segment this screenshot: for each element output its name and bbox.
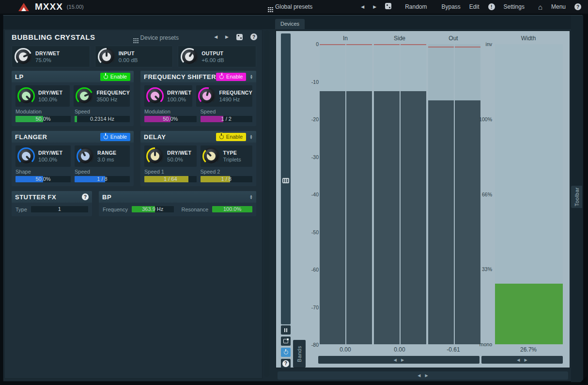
- device-help-icon[interactable]: ?: [250, 33, 257, 40]
- device-random-dice-icon[interactable]: [236, 34, 243, 40]
- lp-modulation-slider[interactable]: 50.0%: [15, 116, 71, 122]
- power-icon: [284, 350, 288, 354]
- window-frame: Devices BUBBLING CRYSTALS Device presets…: [0, 14, 588, 385]
- stutter-type-slider-group: Type 1: [15, 206, 88, 212]
- module-frequency-shifter: FREQUENCY SHIFTER Enable ▲▼ DRY/WET100: [140, 71, 256, 126]
- fs-speed-slider-group: Speed 1 / 2: [201, 109, 253, 122]
- meter-column-out-left[interactable]: [428, 44, 454, 344]
- master-input-knob[interactable]: [98, 48, 115, 65]
- meter-value-side: 0.00: [394, 346, 405, 353]
- master-knob-strip: DRY/WET75.0% INPUT0.00 dB OUTPUT+6.00 dB: [12, 46, 256, 67]
- module-lp: LP Enable DRY/WET100.0%: [12, 71, 134, 126]
- stutter-type-slider[interactable]: 1: [31, 206, 88, 212]
- module-title: BP: [102, 193, 111, 201]
- meter-help-button[interactable]: ?: [281, 359, 291, 368]
- toolbar-strip: Toolbar: [571, 16, 583, 382]
- lp-enable-button[interactable]: Enable: [100, 73, 130, 81]
- module-title: DELAY: [144, 133, 166, 141]
- bp-resonance-slider[interactable]: 100.0%: [212, 206, 252, 212]
- master-dry-wet-group: DRY/WET75.0%: [12, 46, 90, 67]
- meter-label-in: In: [343, 35, 348, 42]
- delay-speed1-slider-group: Speed 1 1 / 64: [144, 169, 197, 182]
- meter-label-side: Side: [394, 35, 405, 42]
- settings-button[interactable]: Settings: [499, 3, 529, 10]
- help-icon[interactable]: ?: [570, 3, 588, 11]
- home-icon[interactable]: ⌂: [534, 3, 547, 11]
- delay-type-knob[interactable]: [202, 147, 220, 165]
- master-output-group: OUTPUT+6.00 dB: [178, 46, 256, 67]
- meter-column-in-left[interactable]: [320, 44, 345, 344]
- device-presets-grid-icon: [133, 38, 135, 40]
- module-title: FLANGER: [15, 133, 47, 141]
- delay-dry-wet-knob[interactable]: [146, 147, 164, 165]
- delay-speed1-slider[interactable]: 1 / 64: [144, 176, 197, 182]
- popout-icon: [283, 339, 288, 343]
- lp-modulation-slider-group: Modulation 50.0%: [15, 109, 71, 122]
- tab-devices[interactable]: Devices: [275, 19, 305, 29]
- module-stepper[interactable]: ▲▼: [249, 74, 253, 80]
- device-panel: BUBBLING CRYSTALS Device presets ◀ ▶ ? D…: [4, 30, 263, 379]
- alert-icon[interactable]: !: [484, 3, 499, 11]
- random-preset-dice-icon[interactable]: [381, 3, 396, 11]
- power-icon: [219, 135, 224, 139]
- power-icon: [104, 75, 108, 79]
- width-scale: inv100% 66%33% mono: [468, 41, 492, 347]
- lp-dry-wet-knob[interactable]: [17, 87, 35, 105]
- meter-label-width: Width: [521, 35, 536, 42]
- device-presets-button[interactable]: Device presets: [133, 34, 179, 41]
- master-dry-wet-knob[interactable]: [15, 48, 32, 65]
- device-next-preset-button[interactable]: ▶: [225, 34, 229, 39]
- delay-speed2-slider[interactable]: 1 / 8: [201, 176, 253, 182]
- lp-frequency-knob[interactable]: [76, 87, 93, 105]
- bypass-button[interactable]: Bypass: [437, 3, 465, 10]
- meter-column-side-left[interactable]: [374, 44, 400, 344]
- app-version: (15.00): [67, 4, 84, 10]
- module-stepper[interactable]: ▲▼: [249, 194, 253, 200]
- pause-button[interactable]: [281, 325, 291, 335]
- next-preset-button[interactable]: ▶: [369, 4, 381, 9]
- delay-dry-wet-group: DRY/WET50.0%: [144, 145, 197, 167]
- power-icon: [219, 75, 224, 79]
- device-preset-name: BUBBLING CRYSTALS: [12, 33, 95, 41]
- random-button[interactable]: Random: [401, 3, 431, 10]
- fs-speed-slider[interactable]: 1 / 2: [201, 116, 253, 122]
- meter-panel: ? Bands In Side Out Width 0-10 -20-30 -4…: [276, 31, 570, 368]
- global-presets-button[interactable]: Global presets: [263, 3, 317, 10]
- flanger-range-knob[interactable]: [77, 147, 94, 165]
- width-scrollbar[interactable]: ◀▶: [481, 356, 563, 364]
- fs-frequency-knob[interactable]: [198, 87, 216, 105]
- frequency-shifter-enable-button[interactable]: Enable: [216, 73, 246, 81]
- width-meter[interactable]: [495, 44, 563, 344]
- bottom-scrollbar[interactable]: ◀▶: [278, 371, 568, 380]
- tab-toolbar[interactable]: Toolbar: [571, 186, 582, 208]
- device-panel-scrollbar[interactable]: [264, 31, 269, 377]
- pause-icon: [284, 328, 285, 332]
- resize-handle[interactable]: [579, 376, 587, 384]
- device-prev-preset-button[interactable]: ◀: [214, 34, 217, 39]
- lp-speed-slider[interactable]: 0.2314 Hz: [75, 116, 130, 122]
- flanger-enable-button[interactable]: Enable: [100, 133, 130, 141]
- flanger-dry-wet-knob[interactable]: [17, 147, 35, 165]
- edit-button[interactable]: Edit: [465, 3, 484, 10]
- module-stepper[interactable]: ▲▼: [249, 134, 253, 140]
- analyzer-collapsed-strip[interactable]: [281, 33, 291, 324]
- flanger-shape-slider[interactable]: 50.0%: [15, 176, 71, 182]
- meter-column-side-right[interactable]: [401, 44, 426, 344]
- delay-enable-button[interactable]: Enable: [216, 133, 246, 141]
- meters-scrollbar[interactable]: ◀▶: [318, 356, 480, 364]
- flanger-range-group: RANGE3.0 ms: [75, 145, 130, 167]
- delay-speed2-slider-group: Speed 2 1 / 8: [201, 169, 253, 182]
- flanger-speed-slider[interactable]: 1 / 8: [75, 176, 130, 182]
- master-output-knob[interactable]: [181, 48, 198, 65]
- menu-button[interactable]: Menu: [547, 3, 570, 10]
- master-input-group: INPUT0.00 dB: [95, 46, 173, 67]
- bp-frequency-slider[interactable]: 363.9 Hz: [132, 206, 174, 212]
- meter-power-button[interactable]: [281, 348, 291, 357]
- fs-dry-wet-knob[interactable]: [146, 87, 164, 105]
- previous-preset-button[interactable]: ◀: [356, 4, 369, 9]
- fs-modulation-slider[interactable]: 50.0%: [144, 116, 197, 122]
- popout-button[interactable]: [281, 337, 291, 346]
- stutter-help-icon[interactable]: ?: [82, 193, 89, 200]
- meter-column-in-right[interactable]: [346, 44, 372, 344]
- titlebar: MXXX (15.00) Global presets ◀ ▶ Random B…: [0, 0, 588, 14]
